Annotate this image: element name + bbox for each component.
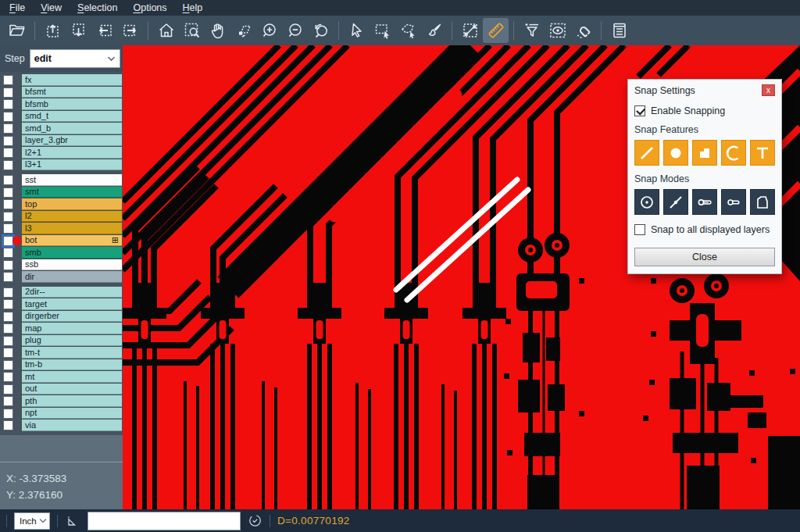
- layer-label[interactable]: bfsmb: [22, 98, 122, 110]
- layer-label[interactable]: map: [22, 323, 122, 334]
- snap-feature-surface-icon[interactable]: [692, 140, 717, 166]
- layer-label[interactable]: l3: [22, 223, 122, 234]
- layer-row-dirgerber[interactable]: dirgerber: [0, 311, 123, 323]
- command-input[interactable]: [88, 512, 241, 530]
- layer-checkbox[interactable]: [3, 348, 13, 358]
- close-button[interactable]: Close: [634, 248, 775, 266]
- layer-row-mt[interactable]: mt: [0, 371, 123, 384]
- pan-hand-icon[interactable]: [205, 18, 230, 43]
- layer-row-l2+1[interactable]: l2+1: [0, 147, 123, 159]
- layer-checkbox[interactable]: [3, 336, 13, 346]
- snap-mode-center-icon[interactable]: [634, 189, 659, 215]
- pan-right-icon[interactable]: [117, 18, 143, 43]
- layer-row-bfsmb[interactable]: bfsmb: [0, 98, 123, 111]
- layer-checkbox[interactable]: [3, 87, 13, 98]
- layer-checkbox[interactable]: [3, 312, 13, 322]
- layer-label[interactable]: plug: [22, 335, 122, 347]
- zoom-in-icon[interactable]: [256, 18, 282, 43]
- view-window-icon[interactable]: [545, 18, 570, 43]
- layer-label[interactable]: tm-t: [22, 347, 122, 359]
- layer-row-top[interactable]: top: [0, 198, 123, 211]
- angle-mode-icon[interactable]: [65, 513, 80, 529]
- menu-selection[interactable]: Selection: [70, 1, 125, 15]
- layer-row-tm-t[interactable]: tm-t: [0, 347, 123, 359]
- layer-checkbox[interactable]: [3, 136, 13, 146]
- layer-checkbox[interactable]: [3, 384, 13, 395]
- snap-feature-text-icon[interactable]: [750, 140, 775, 166]
- layer-label[interactable]: smd_t: [22, 111, 122, 123]
- open-folder-icon[interactable]: [4, 18, 30, 43]
- layer-row-target[interactable]: target: [0, 298, 123, 311]
- layer-label[interactable]: smd_b: [22, 123, 122, 134]
- menu-file[interactable]: File: [2, 1, 33, 15]
- snap-feature-circle-icon[interactable]: [663, 140, 688, 166]
- layer-checkbox[interactable]: [3, 260, 13, 270]
- zoom-window-icon[interactable]: [179, 18, 205, 43]
- layer-row-pth[interactable]: pth: [0, 395, 123, 408]
- layer-label[interactable]: fx: [22, 74, 122, 86]
- layer-checkbox[interactable]: [3, 360, 13, 370]
- layer-checkbox[interactable]: [3, 396, 13, 406]
- layer-row-smd_b[interactable]: smd_b: [0, 123, 123, 135]
- layer-checkbox[interactable]: [3, 323, 13, 334]
- layer-row-layer_3.gbr[interactable]: layer_3.gbr: [0, 135, 123, 148]
- layer-label[interactable]: out: [22, 384, 122, 395]
- unit-select[interactable]: Inch: [14, 512, 50, 530]
- poly-select-icon[interactable]: [395, 18, 421, 43]
- layer-checkbox[interactable]: [3, 75, 13, 85]
- step-select[interactable]: edit: [30, 49, 120, 68]
- layer-checkbox[interactable]: [3, 112, 13, 122]
- snap-magnet-icon[interactable]: [570, 18, 596, 43]
- layer-row-tm-b[interactable]: tm-b: [0, 359, 123, 372]
- layer-label[interactable]: dirgerber: [22, 311, 122, 323]
- home-icon[interactable]: [153, 18, 179, 43]
- layer-checkbox[interactable]: [3, 212, 13, 222]
- menu-view[interactable]: View: [33, 1, 70, 15]
- layer-checkbox[interactable]: [3, 123, 13, 134]
- layer-label[interactable]: dir: [22, 271, 122, 283]
- layer-row-fx[interactable]: fx: [0, 74, 123, 87]
- select-arrow-icon[interactable]: [344, 18, 370, 43]
- measure-distance-icon[interactable]: [457, 18, 483, 43]
- layer-row-map[interactable]: map: [0, 323, 123, 335]
- menu-help[interactable]: Help: [175, 1, 211, 15]
- layer-checkbox[interactable]: [3, 175, 13, 185]
- layer-checkbox[interactable]: [3, 287, 13, 298]
- report-icon[interactable]: [606, 18, 632, 43]
- layer-row-smb[interactable]: smb: [0, 247, 123, 259]
- layer-label[interactable]: tm-b: [22, 359, 122, 371]
- layer-row-out[interactable]: out: [0, 384, 123, 396]
- pan-up-icon[interactable]: [40, 18, 66, 43]
- layer-label[interactable]: l3+1: [22, 159, 122, 171]
- dialog-close-icon[interactable]: x: [762, 84, 775, 96]
- layer-row-dir[interactable]: dir: [0, 271, 123, 284]
- pan-down-icon[interactable]: [66, 18, 91, 43]
- layer-label[interactable]: target: [22, 298, 122, 310]
- snap-feature-line-icon[interactable]: [634, 140, 659, 166]
- snap-mode-pad-outline-icon[interactable]: [721, 189, 746, 215]
- layer-label[interactable]: sst: [22, 174, 122, 186]
- filter-icon[interactable]: [519, 18, 545, 43]
- move-vertex-icon[interactable]: [230, 18, 256, 43]
- rect-select-icon[interactable]: [370, 18, 395, 43]
- snap-all-layers-row[interactable]: Snap to all displayed layers: [634, 224, 775, 235]
- layer-label[interactable]: l2: [22, 211, 122, 223]
- layer-checkbox[interactable]: [3, 272, 13, 282]
- layer-checkbox[interactable]: [3, 409, 13, 419]
- enable-snapping-row[interactable]: Enable Snapping: [634, 105, 775, 116]
- pan-left-icon[interactable]: [91, 18, 117, 43]
- layer-label[interactable]: l2+1: [22, 147, 122, 159]
- layer-row-plug[interactable]: plug: [0, 335, 123, 348]
- layer-label[interactable]: smb: [22, 247, 122, 259]
- layer-label[interactable]: pth: [22, 395, 122, 407]
- snap-mode-polygon-icon[interactable]: [750, 189, 775, 215]
- zoom-previous-icon[interactable]: [308, 18, 334, 43]
- layer-checkbox[interactable]: [3, 372, 13, 382]
- layer-row-l3+1[interactable]: l3+1: [0, 159, 123, 172]
- layer-label[interactable]: bot⊞: [22, 235, 122, 247]
- layer-row-smd_t[interactable]: smd_t: [0, 111, 123, 123]
- layer-checkbox[interactable]: [3, 99, 13, 109]
- layer-row-via[interactable]: via: [0, 420, 123, 432]
- layer-checkbox[interactable]: [3, 187, 13, 198]
- snap-all-layers-checkbox[interactable]: [634, 224, 645, 235]
